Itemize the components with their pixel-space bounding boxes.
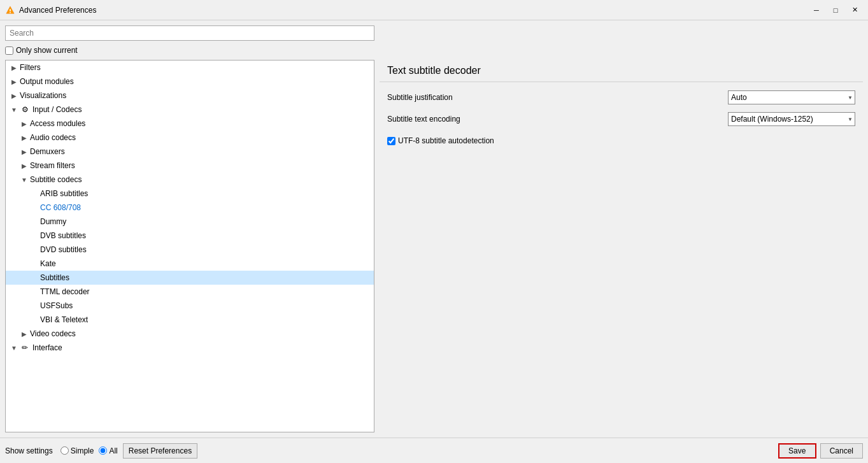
tree-item-usfsubs[interactable]: USFSubs [6,299,374,313]
tree-label-filters: Filters [20,63,41,72]
bottom-left: Show settings Simple All Reset Preferenc… [5,443,197,459]
checkbox-label-utf8-autodetect: UTF-8 subtitle autodetection [398,136,494,145]
svg-rect-1 [10,9,11,11]
only-show-current-label: Only show current [16,46,78,55]
tree-arrow-subtitle-codecs: ▼ [20,175,29,184]
tree-label-usfsubs: USFSubs [40,301,73,310]
select-subtitle-justification[interactable]: AutoLeftCenterRight [728,90,855,104]
all-radio-label[interactable]: All [99,446,117,455]
tree-item-vbi-teletext[interactable]: VBI & Teletext [6,313,374,327]
tree-label-kate: Kate [40,259,56,268]
tree-item-subtitles[interactable]: Subtitles [6,271,374,285]
search-bar-container [5,25,374,41]
setting-label-subtitle-justification: Subtitle justification [387,93,728,102]
tree-label-dvd-subtitles: DVD subtitles [40,245,87,254]
svg-rect-2 [10,11,11,13]
cancel-button[interactable]: Cancel [820,443,863,459]
tree-item-kate[interactable]: Kate [6,257,374,271]
right-panel: Text subtitle decoder Subtitle justifica… [380,60,863,432]
tree-label-vbi-teletext: VBI & Teletext [40,315,88,324]
tree-icon-input-codecs: ⚙ [20,104,30,115]
title-bar: Advanced Preferences ─ □ ✕ [0,0,868,20]
window-controls: ─ □ ✕ [808,4,863,17]
tree-label-demuxers: Demuxers [30,147,65,156]
body-split: ▶Filters▶Output modules▶Visualizations▼⚙… [5,60,863,432]
reset-preferences-button[interactable]: Reset Preferences [123,443,197,459]
tree-label-subtitle-codecs: Subtitle codecs [30,175,82,184]
tree-arrow-access-modules: ▶ [20,119,29,128]
select-subtitle-text-encoding[interactable]: Default (Windows-1252)UTF-8ISO 8859-1ISO… [728,112,855,126]
main-content: Only show current ▶Filters▶Output module… [0,20,868,438]
close-button[interactable]: ✕ [846,4,863,17]
tree-arrow-filters: ▶ [10,63,18,72]
tree-item-interface[interactable]: ▼✏Interface [6,341,374,355]
tree-arrow-stream-filters: ▶ [20,161,29,170]
save-button[interactable]: Save [778,443,816,459]
tree-item-filters[interactable]: ▶Filters [6,61,374,75]
simple-label: Simple [71,446,94,455]
tree-icon-interface: ✏ [20,343,30,353]
tree-item-subtitle-codecs[interactable]: ▼Subtitle codecs [6,173,374,187]
tree-label-visualizations: Visualizations [20,91,66,100]
setting-label-subtitle-text-encoding: Subtitle text encoding [387,115,728,124]
tree-arrow-video-codecs: ▶ [20,329,29,338]
title-bar-left: Advanced Preferences [5,5,96,15]
simple-radio[interactable] [60,446,69,455]
radio-group: Simple All [60,446,118,455]
tree-item-video-codecs[interactable]: ▶Video codecs [6,327,374,341]
tree-label-video-codecs: Video codecs [30,329,76,338]
only-show-current-row: Only show current [5,45,863,56]
tree-item-stream-filters[interactable]: ▶Stream filters [6,159,374,173]
tree-label-ttml-decoder: TTML decoder [40,287,90,296]
tree-label-input-codecs: Input / Codecs [32,105,82,114]
checkbox-utf8-autodetect[interactable] [387,137,395,145]
select-wrapper-subtitle-justification: AutoLeftCenterRight [728,90,855,104]
setting-row-subtitle-text-encoding: Subtitle text encodingDefault (Windows-1… [387,111,855,127]
tree-item-input-codecs[interactable]: ▼⚙Input / Codecs [6,103,374,117]
tree-label-subtitles: Subtitles [40,273,69,282]
setting-row-utf8-autodetect: UTF-8 subtitle autodetection [387,133,855,148]
simple-radio-label[interactable]: Simple [60,446,94,455]
checkbox-setting-utf8-autodetect: UTF-8 subtitle autodetection [387,136,494,145]
left-panel: ▶Filters▶Output modules▶Visualizations▼⚙… [5,60,374,432]
minimize-button[interactable]: ─ [808,4,825,17]
tree-label-arib-subtitles: ARIB subtitles [40,189,88,198]
tree-item-visualizations[interactable]: ▶Visualizations [6,89,374,103]
vlc-app-icon [5,5,15,15]
tree-arrow-interface: ▼ [10,343,18,352]
search-input[interactable] [10,29,370,38]
setting-row-subtitle-justification: Subtitle justificationAutoLeftCenterRigh… [387,90,855,105]
tree-item-access-modules[interactable]: ▶Access modules [6,117,374,131]
tree-item-ttml-decoder[interactable]: TTML decoder [6,285,374,299]
bottom-bar: Show settings Simple All Reset Preferenc… [0,438,868,463]
tree-item-arib-subtitles[interactable]: ARIB subtitles [6,187,374,201]
right-panel-title: Text subtitle decoder [380,60,863,82]
tree-item-cc-608-708[interactable]: CC 608/708 [6,201,374,215]
tree-label-audio-codecs: Audio codecs [30,133,76,142]
only-show-current-checkbox[interactable] [5,46,13,55]
tree-label-stream-filters: Stream filters [30,161,75,170]
tree-arrow-input-codecs: ▼ [10,105,18,114]
all-radio[interactable] [99,446,107,455]
tree-label-output-modules: Output modules [20,77,74,86]
tree-label-cc-608-708: CC 608/708 [40,203,81,212]
tree-label-interface: Interface [32,343,62,352]
tree-item-demuxers[interactable]: ▶Demuxers [6,145,374,159]
tree-item-dummy[interactable]: Dummy [6,215,374,229]
tree-arrow-demuxers: ▶ [20,147,29,156]
tree-label-access-modules: Access modules [30,119,85,128]
tree-item-dvb-subtitles[interactable]: DVB subtitles [6,229,374,243]
show-settings-label: Show settings [5,446,53,455]
bottom-right: Save Cancel [778,443,863,459]
tree-item-output-modules[interactable]: ▶Output modules [6,75,374,89]
tree-arrow-output-modules: ▶ [10,77,18,86]
tree-item-audio-codecs[interactable]: ▶Audio codecs [6,131,374,145]
tree-arrow-visualizations: ▶ [10,91,18,100]
tree-label-dvb-subtitles: DVB subtitles [40,231,86,240]
maximize-button[interactable]: □ [827,4,844,17]
all-label: All [109,446,117,455]
right-panel-content: Subtitle justificationAutoLeftCenterRigh… [380,82,863,432]
tree-scroll[interactable]: ▶Filters▶Output modules▶Visualizations▼⚙… [6,61,374,432]
tree-item-dvd-subtitles[interactable]: DVD subtitles [6,243,374,257]
select-wrapper-subtitle-text-encoding: Default (Windows-1252)UTF-8ISO 8859-1ISO… [728,112,855,126]
